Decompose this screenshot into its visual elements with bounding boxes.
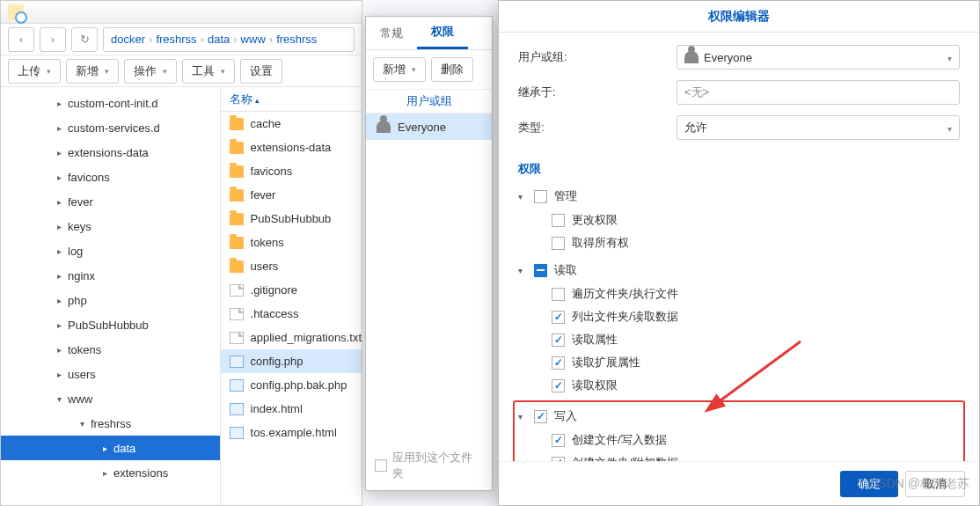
apply-all-checkbox[interactable] xyxy=(375,459,387,472)
tree-item[interactable]: ▸users xyxy=(1,362,220,386)
tree-item[interactable]: ▸tokens xyxy=(1,337,220,362)
twisty-icon[interactable]: ▾ xyxy=(518,266,527,275)
tree-item[interactable]: ▸custom-cont-init.d xyxy=(1,91,220,115)
tree-item[interactable]: ▸extensions xyxy=(1,460,220,485)
user-select[interactable]: Everyone xyxy=(676,45,960,70)
breadcrumb-segment[interactable]: docker xyxy=(111,33,145,46)
file-row[interactable]: PubSubHubbub xyxy=(221,207,362,231)
perm-item[interactable]: 读取扩展属性 xyxy=(518,351,960,374)
tree-item[interactable]: ▸nginx xyxy=(1,263,220,288)
twisty-icon[interactable]: ▾ xyxy=(518,412,527,422)
perm-item[interactable]: 创建文件夹/附加数据 xyxy=(518,451,960,461)
tab-permissions[interactable]: 权限 xyxy=(417,17,468,49)
perm-group-head[interactable]: ▾读取 xyxy=(518,258,960,282)
checkbox[interactable] xyxy=(552,288,565,301)
perm-item[interactable]: 更改权限 xyxy=(518,209,960,231)
back-button[interactable]: ‹ xyxy=(8,27,34,52)
file-row[interactable]: favicons xyxy=(221,159,362,183)
tree-item[interactable]: ▸custom-services.d xyxy=(1,115,220,140)
breadcrumb-segment[interactable]: freshrss xyxy=(276,33,317,46)
add-button[interactable]: 新增 xyxy=(373,57,426,82)
twisty-icon[interactable]: ▸ xyxy=(57,148,68,158)
file-row[interactable]: fever xyxy=(221,183,362,207)
perm-item[interactable]: 列出文件夹/读取数据 xyxy=(518,305,960,328)
file-row[interactable]: extensions-data xyxy=(221,136,362,159)
checkbox[interactable] xyxy=(552,311,565,324)
forward-button[interactable]: › xyxy=(40,27,66,52)
file-row[interactable]: cache xyxy=(221,112,362,136)
file-row[interactable]: config.php xyxy=(221,349,362,373)
checkbox[interactable] xyxy=(552,379,565,392)
file-row[interactable]: index.html xyxy=(221,397,362,421)
file-row[interactable]: tos.example.html xyxy=(221,421,362,444)
file-row[interactable]: tokens xyxy=(221,231,362,254)
inherit-select[interactable]: <无> xyxy=(676,80,960,105)
breadcrumb-segment[interactable]: www xyxy=(241,33,266,46)
twisty-icon[interactable]: ▸ xyxy=(57,271,68,281)
breadcrumb-segment[interactable]: freshrss xyxy=(156,33,196,46)
ok-button[interactable]: 确定 xyxy=(840,471,898,497)
twisty-icon[interactable]: ▸ xyxy=(103,468,113,478)
tree-item[interactable]: ▾freshrss xyxy=(1,411,220,436)
twisty-icon[interactable]: ▾ xyxy=(57,394,68,404)
perm-item[interactable]: 取得所有权 xyxy=(518,231,960,254)
checkbox[interactable] xyxy=(552,237,565,250)
twisty-icon[interactable]: ▸ xyxy=(57,246,68,256)
tree-item[interactable]: ▸data xyxy=(1,436,220,460)
file-row[interactable]: users xyxy=(221,254,362,278)
twisty-icon[interactable]: ▾ xyxy=(80,419,91,429)
file-row[interactable]: .htaccess xyxy=(221,302,362,326)
refresh-button[interactable]: ↻ xyxy=(71,27,98,52)
user-row-everyone[interactable]: Everyone xyxy=(366,114,492,140)
perm-group-head[interactable]: ▾管理 xyxy=(518,184,960,209)
twisty-icon[interactable]: ▸ xyxy=(57,99,68,108)
twisty-icon[interactable]: ▸ xyxy=(57,197,68,207)
tab-general[interactable]: 常规 xyxy=(366,17,417,49)
twisty-icon[interactable]: ▸ xyxy=(57,320,68,330)
twisty-icon[interactable]: ▸ xyxy=(57,296,68,305)
twisty-icon[interactable]: ▸ xyxy=(57,172,68,182)
tree-item[interactable]: ▸fever xyxy=(1,189,220,214)
perm-item[interactable]: 读取权限 xyxy=(518,374,960,397)
twisty-icon[interactable]: ▸ xyxy=(103,444,113,453)
action-button[interactable]: 操作 xyxy=(124,59,177,84)
checkbox[interactable] xyxy=(534,410,547,423)
checkbox[interactable] xyxy=(534,190,547,203)
checkbox[interactable] xyxy=(552,434,565,447)
twisty-icon[interactable]: ▸ xyxy=(57,222,68,231)
twisty-icon[interactable]: ▾ xyxy=(518,192,527,202)
breadcrumb-segment[interactable]: data xyxy=(208,33,230,46)
perm-item[interactable]: 读取属性 xyxy=(518,328,960,351)
checkbox[interactable] xyxy=(552,214,565,227)
checkbox[interactable] xyxy=(552,356,565,370)
twisty-icon[interactable]: ▸ xyxy=(57,345,68,355)
folder-tree[interactable]: ▸custom-cont-init.d▸custom-services.d▸ex… xyxy=(1,87,221,505)
tree-item[interactable]: ▸php xyxy=(1,288,220,312)
file-row[interactable]: applied_migrations.txt xyxy=(221,326,362,349)
column-header-name[interactable]: 名称 xyxy=(221,87,362,112)
twisty-icon[interactable]: ▸ xyxy=(57,123,68,133)
file-list[interactable]: cacheextensions-datafaviconsfeverPubSubH… xyxy=(221,112,362,505)
file-row[interactable]: .gitignore xyxy=(221,278,362,302)
type-select[interactable]: 允许 xyxy=(676,115,960,140)
new-button[interactable]: 新增 xyxy=(66,59,119,84)
breadcrumb[interactable]: docker›freshrss›data›www›freshrss xyxy=(103,27,355,52)
settings-button[interactable]: 设置 xyxy=(240,59,282,84)
tree-item[interactable]: ▸keys xyxy=(1,214,220,238)
file-row[interactable]: config.php.bak.php xyxy=(221,373,362,397)
tree-item[interactable]: ▸PubSubHubbub xyxy=(1,312,220,337)
tree-item[interactable]: ▾www xyxy=(1,386,220,411)
perm-item[interactable]: 遍历文件夹/执行文件 xyxy=(518,282,960,305)
cancel-button[interactable]: 取消 xyxy=(905,471,965,497)
upload-button[interactable]: 上传 xyxy=(8,59,61,84)
twisty-icon[interactable]: ▸ xyxy=(57,370,68,379)
perm-group-head[interactable]: ▾写入 xyxy=(518,404,960,429)
perm-item[interactable]: 创建文件/写入数据 xyxy=(518,429,960,451)
tree-item[interactable]: ▸log xyxy=(1,238,220,263)
tree-item[interactable]: ▸favicons xyxy=(1,165,220,189)
checkbox[interactable] xyxy=(552,334,565,347)
tools-button[interactable]: 工具 xyxy=(182,59,235,84)
checkbox[interactable] xyxy=(534,264,547,277)
tree-item[interactable]: ▸extensions-data xyxy=(1,140,220,165)
delete-button[interactable]: 删除 xyxy=(431,57,473,82)
